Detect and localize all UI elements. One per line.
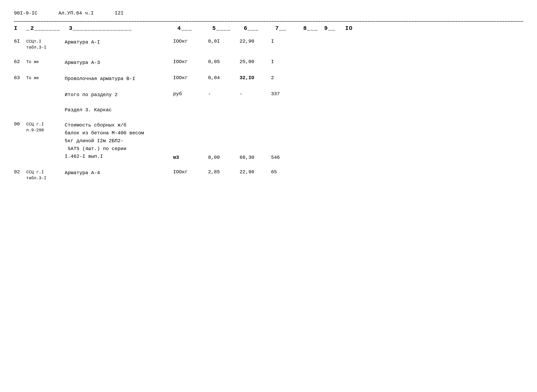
cell-qty: 0,0I bbox=[208, 39, 240, 44]
cell-total: 546 bbox=[271, 155, 299, 161]
cell-price: 22,90 bbox=[240, 39, 271, 44]
top-divider bbox=[14, 21, 523, 22]
cell-price: 22,90 bbox=[240, 169, 271, 175]
col-header-10: IO bbox=[345, 25, 359, 32]
cell-desc: Арматура А-3 bbox=[65, 59, 173, 66]
cell-ref: То же bbox=[26, 59, 65, 65]
cell-num: 63 bbox=[14, 75, 26, 80]
cell-ref: То же bbox=[26, 75, 65, 81]
cell-qty: 0,05 bbox=[208, 59, 240, 65]
col-header-5: 5____ bbox=[212, 25, 244, 32]
cell-ref: ССЦ г.I п.9-298 bbox=[26, 121, 65, 133]
col-header-6: 6___ bbox=[244, 25, 275, 32]
cell-ref: ССЦт.I табл.3-I bbox=[26, 39, 65, 50]
cell-total: 337 bbox=[271, 91, 299, 97]
cell-desc: Арматура А-4 bbox=[65, 169, 173, 177]
data-section: 6I ССЦт.I табл.3-I Арматура А-I IOOкг 0,… bbox=[14, 39, 523, 181]
cell-num: 6I bbox=[14, 39, 26, 44]
col-header-2: 2_______ bbox=[30, 25, 69, 32]
cell-unit: IOOкг bbox=[173, 39, 208, 44]
cell-price: - bbox=[240, 91, 271, 97]
subtotal-row: Итого по разделу 2 руб - - 337 bbox=[14, 91, 523, 98]
cell-desc: Итого по разделу 2 bbox=[65, 91, 173, 98]
page-header: 90I-9-IC Ал.УП.84 ч.I I2I bbox=[14, 10, 523, 16]
cell-price bold: 32,IO bbox=[240, 75, 271, 80]
cell-ref: ССЦ г.I табл.3-I bbox=[26, 169, 65, 181]
table-row: 63 То же Проволочная арматура В-I IOOкг … bbox=[14, 75, 523, 82]
cell-desc: Стоимость сборных ж/б балок из бетона М-… bbox=[65, 121, 173, 161]
cell-qty: - bbox=[208, 91, 240, 97]
cell-unit: м3 bbox=[173, 155, 208, 161]
col-header-9: 9__ bbox=[324, 25, 345, 32]
col-header-4: 4___ bbox=[177, 25, 212, 32]
cell-num: 92 bbox=[14, 169, 26, 175]
cell-desc: Проволочная арматура В-I bbox=[65, 75, 173, 82]
col-header-3: 3________________ bbox=[69, 25, 177, 32]
col-header-1: I bbox=[14, 25, 26, 32]
cell-total: I bbox=[271, 59, 299, 65]
section-3-label: Раздел 3. Каркас bbox=[65, 107, 523, 113]
doc-code: 90I-9-IC bbox=[14, 10, 38, 16]
cell-desc: Арматура А-I bbox=[65, 39, 173, 46]
cell-unit: IOOкг bbox=[173, 59, 208, 65]
cell-unit: IOOкг bbox=[173, 169, 208, 175]
cell-total: 65 bbox=[271, 169, 299, 175]
cell-price: 25,00 bbox=[240, 59, 271, 65]
page-number: I2I bbox=[115, 10, 124, 16]
cell-total: 2 bbox=[271, 75, 299, 80]
table-row: 92 ССЦ г.I табл.3-I Арматура А-4 IOOкг 2… bbox=[14, 169, 523, 181]
col-header-8: 8___ bbox=[303, 25, 324, 32]
cell-total: I bbox=[271, 39, 299, 44]
table-row: 90 ССЦ г.I п.9-298 Стоимость сборных ж/б… bbox=[14, 121, 523, 161]
table-row: 6I ССЦт.I табл.3-I Арматура А-I IOOкг 0,… bbox=[14, 39, 523, 50]
cell-num: 90 bbox=[14, 121, 26, 127]
cell-qty: 0,04 bbox=[208, 75, 240, 80]
col-header-7: 7__ bbox=[275, 25, 303, 32]
cell-price: 68,30 bbox=[240, 155, 271, 161]
cell-qty: 8,00 bbox=[208, 155, 240, 161]
cell-unit: руб bbox=[173, 91, 208, 97]
table-row: 62 То же Арматура А-3 IOOкг 0,05 25,00 I bbox=[14, 59, 523, 66]
cell-num: 62 bbox=[14, 59, 26, 65]
cell-unit: IOOкг bbox=[173, 75, 208, 80]
doc-title: Ал.УП.84 ч.I bbox=[58, 10, 94, 16]
column-header-row: I _ 2_______ 3________________ 4___ 5___… bbox=[14, 25, 523, 32]
cell-qty: 2,85 bbox=[208, 169, 240, 175]
